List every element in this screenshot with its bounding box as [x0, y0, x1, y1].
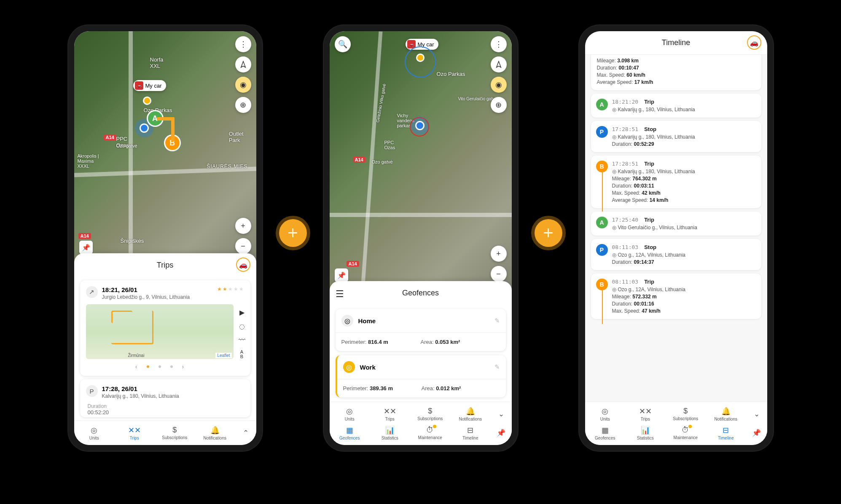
- trip-card-2[interactable]: P 17:28, 26/01 Kalvarijų g., 180, Vilniu…: [80, 379, 250, 417]
- nav-notifications[interactable]: 🔔Notifications: [195, 424, 235, 442]
- timeline-badge: P: [596, 244, 608, 256]
- unit-avatar-3[interactable]: 🚗: [747, 35, 761, 50]
- geofence-card-home[interactable]: ◎ Home ✎ Perimeter: 816.4 m Area: 0.053 …: [336, 309, 506, 351]
- timeline-badge: P: [596, 126, 608, 138]
- event-location: ◎ Kalvarijų g., 180, Vilnius, Lithuania: [612, 107, 756, 113]
- nav-maintenance[interactable]: ⏱Maintenance: [666, 424, 706, 442]
- ab-icon[interactable]: A B: [240, 350, 243, 359]
- timeline-event[interactable]: B17:28:51Trip◎ Kalvarijų g., 180, Vilniu…: [591, 155, 761, 208]
- unit-dot: [144, 98, 150, 104]
- nav-expand[interactable]: ⌃: [235, 424, 256, 442]
- chart-icon[interactable]: 〰: [239, 336, 245, 344]
- timeline-event[interactable]: A18:21:20Trip◎ Kalvarijų g., 180, Vilniu…: [591, 94, 761, 118]
- current-location: [141, 125, 148, 131]
- map-badge-a14: A14: [104, 134, 116, 140]
- nav-geofences[interactable]: ▦Geofences: [330, 424, 370, 442]
- geofence-name-work: Work: [360, 364, 489, 371]
- event-type: Trip: [644, 99, 654, 105]
- nav-trips[interactable]: ✕✕Trips: [370, 405, 410, 424]
- nav-notifications[interactable]: 🔔Notifications: [706, 405, 746, 424]
- nav-timeline[interactable]: ⊟Timeline: [450, 424, 491, 442]
- nav-pin[interactable]: 📌: [491, 424, 512, 442]
- timeline-list[interactable]: Mileage: 3.098 kmDuration: 00:10:47Max. …: [585, 55, 767, 402]
- timeline-event[interactable]: A17:25:40Trip◎ Vito Gerulaičio g., Vilni…: [591, 212, 761, 236]
- trip-address: Jurgio Lebedžio g., 9, Vilnius, Lithuani…: [102, 294, 190, 300]
- toggle-button-2[interactable]: ◉: [491, 77, 507, 93]
- map-label-norfa: Norfa XXL: [150, 56, 164, 69]
- nav-trips[interactable]: ✕✕Trips: [625, 405, 666, 424]
- timeline-event[interactable]: P17:28:51Stop◎ Kalvarijų g., 180, Vilniu…: [591, 121, 761, 152]
- event-stat: Max. Speed: 60 km/h: [597, 72, 756, 78]
- event-stat: Duration: 09:14:37: [612, 259, 756, 265]
- search-button[interactable]: 🔍: [335, 36, 351, 52]
- nav-subscriptions[interactable]: $Subscriptions: [155, 424, 195, 442]
- toggle-button[interactable]: ◉: [235, 77, 251, 93]
- bottom-nav-3: ◎Units ✕✕Trips $Subscriptions 🔔Notificat…: [585, 402, 767, 445]
- heading-button-2[interactable]: [491, 56, 507, 72]
- zoom-in-button[interactable]: +: [235, 218, 251, 234]
- timeline-badge: B: [596, 161, 608, 172]
- play-icon[interactable]: ▶: [239, 308, 245, 316]
- nav-subscriptions[interactable]: $Subscriptions: [666, 405, 706, 424]
- map-label-ozas2: PPC Ozas: [384, 140, 395, 150]
- edit-icon[interactable]: ✎: [494, 317, 500, 324]
- unit-avatar[interactable]: 🚗: [236, 257, 250, 272]
- timeline-title: Timeline: [662, 38, 690, 47]
- nav-maintenance[interactable]: ⏱Maintenance: [410, 424, 451, 442]
- timeline-badge: B: [596, 279, 608, 290]
- locate-button-2[interactable]: ⊕: [491, 97, 507, 113]
- nav-notifications[interactable]: 🔔Notifications: [450, 405, 491, 424]
- zoom-out-button[interactable]: −: [235, 238, 251, 254]
- menu-button[interactable]: ⋮: [235, 36, 251, 52]
- nav-statistics[interactable]: 📊Statistics: [625, 424, 666, 442]
- edit-icon-2[interactable]: ✎: [494, 363, 500, 371]
- pin-button[interactable]: 📌: [79, 241, 93, 254]
- event-location: ◎ Kalvarijų g., 180, Vilnius, Lithuania: [612, 134, 756, 140]
- plus-connector-icon-2: +: [535, 219, 562, 247]
- menu-button-2[interactable]: ⋮: [491, 36, 507, 52]
- nav-units[interactable]: ◎Units: [330, 405, 370, 424]
- timeline-event[interactable]: B08:11:03Trip◎ Ozo g., 12A, Vilnius, Lit…: [591, 273, 761, 319]
- geofence-circle-work: [410, 117, 429, 137]
- nav-statistics[interactable]: 📊Statistics: [370, 424, 410, 442]
- zoom-out-button-2[interactable]: −: [491, 266, 507, 282]
- svg-marker-1: [496, 62, 501, 67]
- timeline-event[interactable]: Mileage: 3.098 kmDuration: 00:10:47Max. …: [591, 55, 761, 90]
- nav-subscriptions[interactable]: $Subscriptions: [410, 405, 451, 424]
- nav-pin-3[interactable]: 📌: [746, 424, 767, 442]
- nav-timeline[interactable]: ⊟Timeline: [706, 424, 746, 442]
- map-label-akropolis: Akropolis | Maxima XXXL: [78, 153, 99, 169]
- heading-button[interactable]: [235, 56, 251, 72]
- event-stat: Mileage: 764.302 m: [612, 176, 756, 182]
- map-label-ozo: Ozo gatvė: [116, 143, 137, 148]
- nav-trips[interactable]: ✕✕Trips: [114, 424, 155, 442]
- trip-icon: ↗: [86, 286, 98, 298]
- map-badge-a14-4: A14: [347, 261, 359, 267]
- zoom-in-button-2[interactable]: +: [491, 246, 507, 262]
- phone-timeline: Timeline 🚗 Mileage: 3.098 kmDuration: 00…: [579, 25, 773, 451]
- event-stat: Mileage: 3.098 km: [597, 58, 756, 64]
- nav-units[interactable]: ◎Units: [74, 424, 115, 442]
- map-label-zirmunai: Žirmūnai: [128, 353, 145, 358]
- event-time: 17:28:51: [612, 126, 639, 132]
- event-type: Stop: [644, 126, 656, 132]
- map-trips[interactable]: Norfa XXL Ozo Parkas PPC Ozas Outlet Par…: [74, 31, 256, 263]
- nav-collapse[interactable]: ⌄: [491, 405, 512, 424]
- pager-prev[interactable]: ‹: [135, 363, 137, 370]
- timeline-event[interactable]: P08:11:03Stop◎ Ozo g., 12A, Vilnius, Lit…: [591, 239, 761, 270]
- route-icon[interactable]: ◌: [239, 322, 245, 330]
- nav-units[interactable]: ◎Units: [585, 405, 626, 424]
- geofence-card-work[interactable]: ◎ Work ✎ Perimeter: 389.36 m Area: 0.012…: [336, 355, 506, 397]
- unit-label[interactable]: 🚗 My car: [133, 80, 166, 91]
- pin-button-2[interactable]: 📌: [335, 268, 348, 282]
- locate-button[interactable]: ⊕: [235, 97, 251, 113]
- map-badge-a14-3: A14: [353, 157, 365, 163]
- map-geofences[interactable]: Ozo Parkas Vichy vandens parkas PPC Ozas…: [330, 31, 512, 290]
- nav-geofences[interactable]: ▦Geofences: [585, 424, 626, 442]
- trip-card-1[interactable]: ★★★★★ ↗ 18:21, 26/01 Jurgio Lebedžio g.,…: [80, 280, 250, 376]
- nav-collapse-3[interactable]: ⌄: [746, 405, 767, 424]
- event-time: 17:28:51: [612, 161, 639, 167]
- menu-icon[interactable]: ☰: [336, 289, 344, 300]
- pager-next[interactable]: ›: [182, 363, 184, 370]
- timeline-badge: A: [596, 99, 608, 110]
